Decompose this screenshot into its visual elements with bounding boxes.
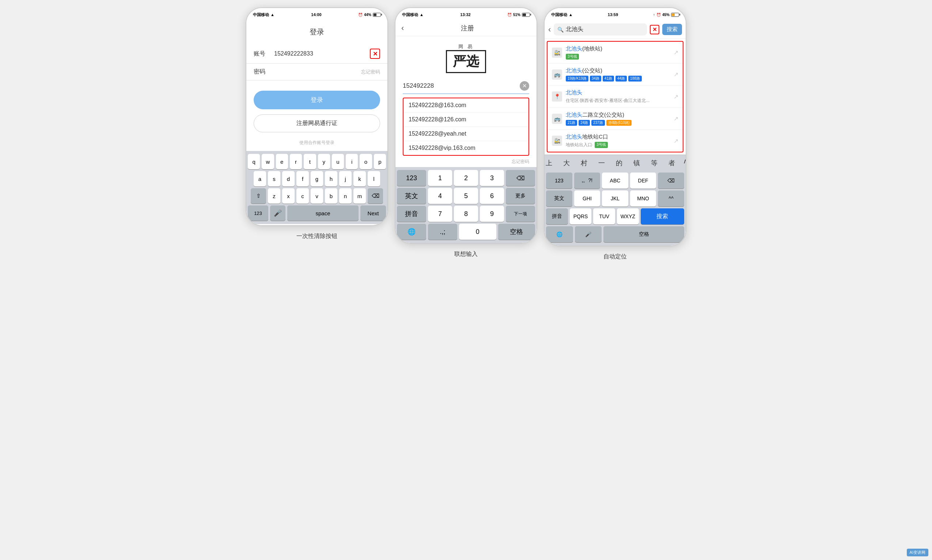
suggestion-2[interactable]: 152492228@yeah.net — [403, 127, 529, 141]
key-123[interactable]: 123 — [248, 205, 268, 221]
result-0[interactable]: 🚉 北池头(地铁站) 3号线 ↗ — [548, 42, 683, 64]
key-a[interactable]: a — [254, 171, 266, 186]
t9k-newline[interactable]: ^^ — [658, 191, 684, 206]
nk-en[interactable]: 英文 — [397, 188, 426, 204]
ime-char-deng[interactable]: 等 — [648, 157, 660, 169]
t9k-mic[interactable]: 🎤 — [575, 226, 602, 242]
t9k-pinyin[interactable]: 拼音 — [546, 208, 568, 225]
search-input[interactable]: 北池头 — [566, 26, 643, 33]
nk-5[interactable]: 5 — [454, 188, 478, 204]
key-m[interactable]: m — [354, 188, 366, 204]
key-z[interactable]: z — [268, 188, 280, 204]
key-k[interactable]: k — [354, 171, 366, 186]
key-f[interactable]: f — [297, 171, 309, 186]
nk-del[interactable]: ⌫ — [506, 170, 535, 186]
key-y[interactable]: y — [318, 154, 330, 169]
suggestion-3[interactable]: 152492228@vip.163.com — [403, 141, 529, 155]
t9k-del[interactable]: ⌫ — [658, 172, 684, 189]
t9k-globe[interactable]: 🌐 — [546, 226, 573, 242]
account-value[interactable]: 152492222833 — [274, 51, 370, 57]
key-c[interactable]: c — [297, 188, 309, 204]
ime-char-yi[interactable]: 一 — [595, 157, 608, 169]
suggestion-0[interactable]: 152492228@163.com — [403, 98, 529, 112]
t9k-tuv[interactable]: TUV — [593, 208, 615, 225]
t9k-def[interactable]: DEF — [630, 172, 657, 189]
t9k-mno[interactable]: MNO — [630, 191, 657, 206]
nk-space[interactable]: 空格 — [498, 224, 535, 240]
result-1[interactable]: 🚌 北池头(公交站) 19路/K19路 34路 41路 44路 188路 — [548, 64, 683, 86]
account-clear-button[interactable]: ✕ — [370, 49, 380, 59]
key-u[interactable]: u — [332, 154, 344, 169]
key-i[interactable]: i — [346, 154, 358, 169]
result-2[interactable]: 📍 北池头 住宅区·陕西省-西安市-雁塔区-曲江大道北... ↗ — [548, 86, 683, 108]
nk-9[interactable]: 9 — [480, 206, 504, 222]
key-delete[interactable]: ⌫ — [368, 188, 383, 204]
key-s[interactable]: s — [268, 171, 280, 186]
key-n[interactable]: n — [339, 188, 352, 204]
ime-char-zhe[interactable]: 者 — [666, 157, 678, 169]
phone2-input[interactable]: 152492228 — [403, 82, 520, 89]
t9k-jkl[interactable]: JKL — [602, 191, 628, 206]
result-4[interactable]: 🚉 北池头地铁站C口 地铁站出入口· 3号线 ↗ — [548, 130, 683, 152]
key-e[interactable]: e — [276, 154, 288, 169]
phone2-clear-button[interactable]: ✕ — [520, 81, 529, 91]
ime-expand-icon[interactable]: ∧ — [683, 157, 687, 169]
phone3-back-button[interactable]: ‹ — [548, 25, 551, 34]
register-button[interactable]: 注册网易通行证 — [254, 114, 380, 132]
nk-6[interactable]: 6 — [480, 188, 504, 204]
nk-8[interactable]: 8 — [454, 206, 478, 222]
nk-dot[interactable]: .,; — [428, 224, 457, 240]
nk-2[interactable]: 2 — [454, 170, 478, 186]
t9k-punct[interactable]: ,。?! — [574, 172, 600, 189]
t9k-pqrs[interactable]: PQRS — [570, 208, 592, 225]
t9k-en[interactable]: 英文 — [546, 191, 572, 206]
search-button[interactable]: 搜索 — [662, 24, 682, 35]
nk-7[interactable]: 7 — [428, 206, 452, 222]
nk-more[interactable]: 更多 — [506, 188, 535, 204]
key-v[interactable]: v — [311, 188, 323, 204]
nk-3[interactable]: 3 — [480, 170, 504, 186]
t9k-123[interactable]: 123 — [546, 172, 572, 189]
search-clear-button[interactable]: ✕ — [650, 25, 659, 34]
ime-char-zhen[interactable]: 镇 — [631, 157, 643, 169]
nk-123[interactable]: 123 — [397, 170, 426, 186]
forget-password-link[interactable]: 忘记密码 — [361, 69, 380, 75]
ime-char-cun[interactable]: 村 — [578, 157, 590, 169]
key-j[interactable]: j — [339, 171, 352, 186]
key-next-label[interactable]: Next — [360, 205, 386, 221]
suggestion-1[interactable]: 152492228@126.com — [403, 112, 529, 127]
key-o[interactable]: o — [360, 154, 372, 169]
ime-char-da[interactable]: 大 — [560, 157, 573, 169]
nk-next-item[interactable]: 下一项 — [506, 206, 535, 222]
t9k-space[interactable]: 空格 — [603, 226, 684, 242]
forget-hint-2[interactable]: 忘记密码 — [395, 158, 529, 165]
nk-globe[interactable]: 🌐 — [397, 224, 426, 240]
nk-0[interactable]: 0 — [459, 224, 496, 240]
key-t[interactable]: t — [304, 154, 316, 169]
t9k-search[interactable]: 搜索 — [641, 208, 684, 225]
key-h[interactable]: h — [325, 171, 337, 186]
key-mic[interactable]: 🎤 — [270, 205, 285, 221]
key-b[interactable]: b — [325, 188, 337, 204]
ime-char-de[interactable]: 的 — [613, 157, 625, 169]
nk-4[interactable]: 4 — [428, 188, 452, 204]
result-3[interactable]: 🚌 北池头二路立交(公交站) 21路 24路 237路 游8路(610路) — [548, 108, 683, 130]
key-g[interactable]: g — [311, 171, 323, 186]
key-d[interactable]: d — [282, 171, 295, 186]
key-shift[interactable]: ⇧ — [251, 188, 266, 204]
t9k-ghi[interactable]: GHI — [574, 191, 600, 206]
key-p[interactable]: p — [374, 154, 386, 169]
key-r[interactable]: r — [290, 154, 302, 169]
key-q[interactable]: q — [248, 154, 260, 169]
login-button[interactable]: 登录 — [254, 91, 380, 109]
key-space[interactable]: space — [287, 205, 358, 221]
nk-1[interactable]: 1 — [428, 170, 452, 186]
key-l[interactable]: l — [368, 171, 380, 186]
t9k-abc[interactable]: ABC — [602, 172, 628, 189]
ime-char-shang[interactable]: 上 — [544, 157, 555, 169]
phone2-back-button[interactable]: ‹ — [401, 23, 404, 33]
t9k-wxyz[interactable]: WXYZ — [617, 208, 639, 225]
nk-pinyin[interactable]: 拼音 — [397, 206, 426, 222]
key-x[interactable]: x — [282, 188, 295, 204]
key-w[interactable]: w — [262, 154, 274, 169]
